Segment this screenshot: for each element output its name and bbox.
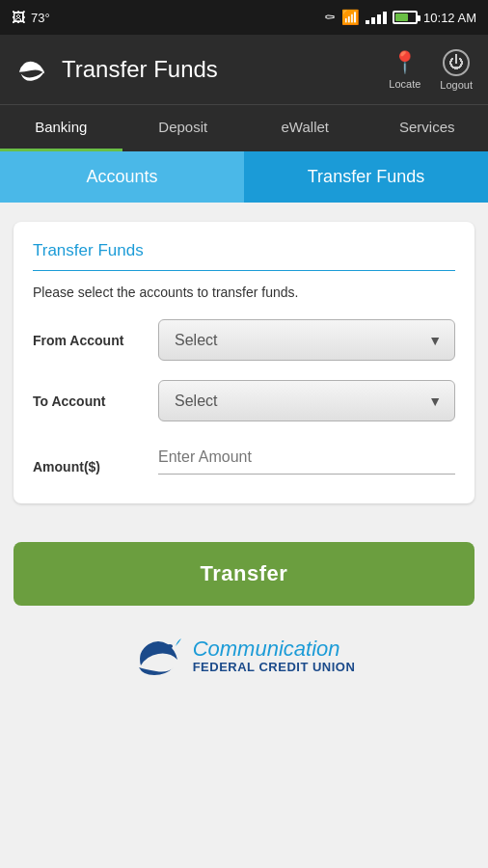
tab-deposit[interactable]: Deposit [122,105,245,151]
subtab-accounts[interactable]: Accounts [0,151,244,203]
amount-row: Amount($) [33,441,455,475]
logout-label: Logout [440,79,473,91]
header-title: Transfer Funds [62,56,218,83]
footer-logo: Communication FEDERAL CREDIT UNION [0,606,488,696]
status-right: ⚰ 📶 10:12 AM [324,9,476,26]
status-bar: 🖼 73° ⚰ 📶 10:12 AM [0,0,488,35]
temperature: 73° [31,11,50,25]
locate-label: Locate [389,78,420,90]
cfcu-bird-logo [133,635,183,677]
tab-ewallet[interactable]: eWallet [244,105,366,151]
logout-button[interactable]: ⏻ Logout [440,49,473,91]
amount-label: Amount($) [33,459,158,475]
cfcu-brand-sub: FEDERAL CREDIT UNION [193,660,356,674]
from-account-row: From Account Select ▼ [33,319,455,361]
tab-services[interactable]: Services [366,105,489,151]
screen-icon: 🖼 [12,10,25,25]
cfcu-brand-name: Communication [193,638,340,660]
header: Transfer Funds 📍 Locate ⏻ Logout [0,35,488,104]
to-account-select-wrapper: Select ▼ [158,380,455,421]
from-account-label: From Account [33,333,158,348]
power-icon: ⏻ [443,49,470,76]
amount-input-wrapper [158,441,455,475]
battery-icon [393,11,418,24]
amount-input[interactable] [158,441,455,474]
transfer-button[interactable]: Transfer [14,542,474,606]
to-account-select[interactable]: Select [158,380,455,421]
transfer-card: Transfer Funds Please select the account… [14,222,474,503]
subtab-transfer-funds[interactable]: Transfer Funds [244,151,488,203]
header-logo [15,55,50,84]
time: 10:12 AM [423,11,476,25]
sub-tabs: Accounts Transfer Funds [0,151,488,203]
card-title: Transfer Funds [33,241,455,271]
to-account-row: To Account Select ▼ [33,380,455,421]
locate-icon: 📍 [392,50,418,75]
signal-bars [366,12,387,24]
main-content: Transfer Funds Please select the account… [0,203,488,523]
card-subtitle: Please select the accounts to transfer f… [33,285,455,300]
status-left: 🖼 73° [12,10,50,25]
wifi-icon: 📶 [341,9,360,26]
nav-tabs: Banking Deposit eWallet Services [0,104,488,151]
svg-point-0 [167,644,173,648]
from-account-select[interactable]: Select [158,319,455,361]
cfcu-text-block: Communication FEDERAL CREDIT UNION [193,638,356,674]
tab-banking[interactable]: Banking [0,105,122,151]
header-actions: 📍 Locate ⏻ Logout [389,49,473,91]
to-account-label: To Account [33,393,158,409]
header-left: Transfer Funds [15,55,218,84]
from-account-select-wrapper: Select ▼ [158,319,455,361]
locate-button[interactable]: 📍 Locate [389,50,420,90]
bluetooth-icon: ⚰ [324,10,336,25]
